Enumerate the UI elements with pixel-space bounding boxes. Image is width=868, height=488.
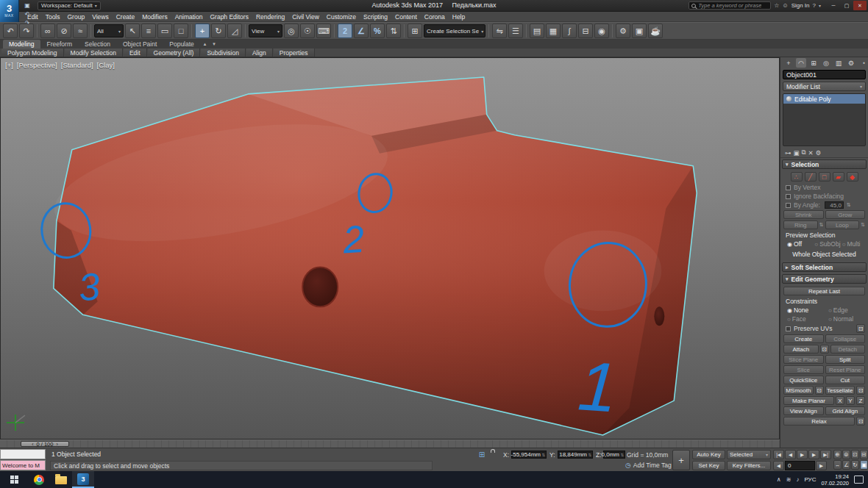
select-manipulate-icon[interactable]: ☉ [300, 24, 315, 38]
menu-tools[interactable]: Tools [42, 12, 64, 22]
selection-filter-dropdown[interactable]: All▾ [94, 24, 124, 37]
detach-button[interactable]: Detach [830, 345, 866, 354]
z-button[interactable]: Z [856, 396, 865, 405]
unlink-icon[interactable]: ⊘ [57, 24, 71, 38]
x-button[interactable]: X [836, 396, 844, 405]
hierarchy-tab-icon[interactable]: ⊞ [808, 58, 819, 68]
next-key-button[interactable]: ▶ [816, 461, 827, 470]
perspective-viewport[interactable]: 3 2 1 [+][Perspective][Standard][Clay] [0, 57, 780, 439]
by-angle-value-field[interactable]: 45,0 [825, 201, 844, 209]
zoom-region-icon[interactable]: ⊟ [860, 450, 868, 459]
isolate-selection-icon[interactable]: ⊞ [477, 450, 487, 459]
slice-plane-button[interactable]: Slice Plane [783, 355, 824, 364]
tab-modeling[interactable]: Modeling [3, 40, 40, 49]
align-icon[interactable]: ☰ [508, 24, 523, 38]
prev-frame-icon[interactable]: ‹ [32, 442, 33, 447]
keyboard-override-icon[interactable]: ⌨ [316, 24, 331, 38]
tab-selection[interactable]: Selection [79, 40, 116, 49]
menu-graph-editors[interactable]: Graph Editors [206, 12, 252, 22]
bind-spacewarp-icon[interactable]: ≈ [73, 24, 88, 38]
ribbon-minimize-icon[interactable]: ▴ [201, 40, 210, 49]
make-unique-icon[interactable]: ⧉ [802, 148, 806, 157]
quickslice-button[interactable]: QuickSlice [783, 376, 824, 384]
user-icon[interactable]: ☺ [782, 2, 788, 9]
edge-icon[interactable]: ╱ [805, 172, 817, 182]
vertex-icon[interactable]: ∴ [791, 172, 803, 182]
relax-button[interactable]: Relax [783, 417, 855, 426]
key-set-dropdown[interactable]: Selected▾ [727, 450, 771, 459]
select-link-icon[interactable]: ∞ [40, 24, 55, 38]
go-start-button[interactable]: |◀ [773, 450, 784, 459]
loop-button[interactable]: Loop [825, 220, 860, 229]
time-slider[interactable]: ‹ 0 / 100 › [0, 439, 780, 448]
ribbon-panel-properties[interactable]: Properties [274, 49, 315, 57]
tessellate-button[interactable]: Tessellate [825, 386, 855, 395]
menu-group[interactable]: Group [64, 12, 89, 22]
repeat-last-button[interactable]: Repeat Last [783, 287, 865, 295]
spinner-icon[interactable]: ⇅ [847, 202, 851, 208]
ribbon-panel-subdivision[interactable]: Subdivision [201, 49, 245, 57]
maximize-viewport-icon[interactable]: ▣ [860, 460, 868, 470]
menu-animation[interactable]: Animation [171, 12, 207, 22]
3dsmax-logo[interactable]: 3MAX [0, 0, 19, 22]
modifier-stack-item-editable-poly[interactable]: Editable Poly [783, 94, 865, 104]
rollout-edit-geometry[interactable]: ▾ Edit Geometry [782, 274, 867, 284]
menu-civil-view[interactable]: Civil View [288, 12, 323, 22]
panel-pin-icon[interactable]: ▪ [863, 60, 865, 66]
rollout-selection[interactable]: ▾ Selection [782, 159, 867, 169]
percent-snap-icon[interactable]: % [370, 24, 385, 38]
settings-button[interactable]: ⊡ [820, 345, 829, 354]
fov-icon[interactable]: ∠ [842, 460, 850, 470]
material-editor-icon[interactable]: ◉ [594, 24, 609, 38]
attach-button[interactable]: Attach [783, 345, 819, 354]
ribbon-panel-geometry-all[interactable]: Geometry (All) [148, 49, 201, 57]
render-setup-icon[interactable]: ⚙ [616, 24, 630, 38]
ring-button[interactable]: Ring [783, 220, 818, 229]
preview-multi-radio[interactable]: ○Multi [842, 240, 868, 248]
current-frame-field[interactable]: 0 [785, 461, 815, 470]
z-coordinate-field[interactable]: 0,0mm⇅ [603, 451, 625, 459]
by-angle-checkbox[interactable]: By Angle: 45,0 ⇅ [786, 201, 868, 209]
preserve-uvs-checkbox[interactable]: Preserve UVs ⊡ [786, 324, 868, 333]
reset-plane-button[interactable]: Reset Plane [825, 365, 866, 374]
y-coordinate-field[interactable]: 18,849mm⇅ [558, 451, 593, 459]
motion-tab-icon[interactable]: ◎ [821, 58, 831, 68]
menu-content[interactable]: Content [391, 12, 421, 22]
ribbon-toggle-icon[interactable]: ▦ [546, 24, 561, 38]
modifier-stack[interactable]: Editable Poly [783, 93, 866, 146]
spinner-icon[interactable]: ⇅ [861, 222, 865, 228]
utilities-tab-icon[interactable]: ⚙ [846, 58, 856, 68]
cut-button[interactable]: Cut [825, 376, 866, 384]
menu-help[interactable]: Help [449, 12, 469, 22]
maximize-button[interactable]: ▢ [840, 1, 853, 10]
viewport-menu-pov[interactable]: [Perspective] [17, 61, 57, 69]
grow-button[interactable]: Grow [825, 210, 866, 219]
help-chevron-icon[interactable]: ▾ [819, 3, 821, 8]
make-planar-button[interactable]: Make Planar [783, 396, 834, 405]
view-align-button[interactable]: View Align [783, 406, 824, 415]
rollout-soft-selection[interactable]: ▸ Soft Selection [782, 262, 867, 272]
help-search-input[interactable]: Type a keyword or phrase [689, 1, 771, 10]
prev-key-button[interactable]: ◀ [773, 461, 784, 470]
y-button[interactable]: Y [846, 396, 855, 405]
msmooth-button[interactable]: MSmooth [783, 386, 814, 395]
next-frame-button[interactable]: ▶ [808, 450, 819, 459]
qat-undo-icon[interactable]: ↶ [22, 10, 32, 19]
menu-scripting[interactable]: Scripting [360, 12, 391, 22]
menu-customize[interactable]: Customize [323, 12, 360, 22]
edit-selection-sets-icon[interactable]: ⊞ [408, 24, 422, 38]
ribbon-panel-icon[interactable]: ▾ [210, 40, 218, 49]
tray-expand-icon[interactable]: ∧ [777, 476, 781, 483]
set-key-button[interactable]: Set Key [692, 461, 725, 470]
settings-button[interactable]: ⊡ [856, 324, 865, 333]
menu-corona[interactable]: Corona [421, 12, 449, 22]
border-icon[interactable]: □ [819, 172, 830, 182]
settings-button[interactable]: ⊡ [815, 386, 824, 395]
menu-views[interactable]: Views [88, 12, 113, 22]
reference-coordinate-dropdown[interactable]: View▾ [249, 24, 282, 37]
polygon-icon[interactable]: ▰ [833, 172, 844, 182]
constraint-none-radio[interactable]: ◉None [787, 306, 827, 314]
viewport-menu-standard[interactable]: [Standard] [61, 61, 93, 69]
time-slider-handle[interactable]: ‹ 0 / 100 › [21, 441, 69, 447]
angle-snap-icon[interactable]: ∠ [354, 24, 369, 38]
